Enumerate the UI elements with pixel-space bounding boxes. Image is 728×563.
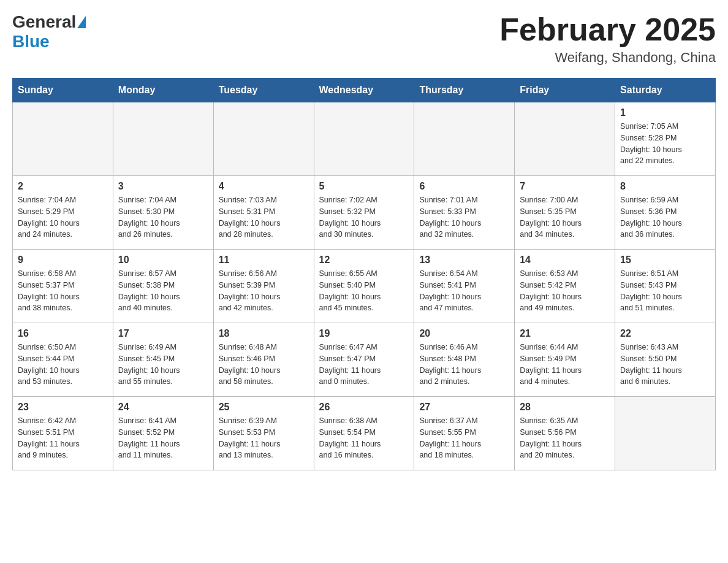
calendar-day-cell: 9Sunrise: 6:58 AM Sunset: 5:37 PM Daylig… xyxy=(13,250,113,323)
day-number: 19 xyxy=(319,328,409,339)
day-info: Sunrise: 7:04 AM Sunset: 5:29 PM Dayligh… xyxy=(18,194,108,240)
day-number: 20 xyxy=(419,328,509,339)
calendar-week-row: 16Sunrise: 6:50 AM Sunset: 5:44 PM Dayli… xyxy=(13,323,716,397)
calendar-day-cell: 16Sunrise: 6:50 AM Sunset: 5:44 PM Dayli… xyxy=(13,323,113,397)
calendar-day-cell xyxy=(414,102,515,176)
weekday-header-saturday: Saturday xyxy=(615,79,716,102)
calendar-week-row: 9Sunrise: 6:58 AM Sunset: 5:37 PM Daylig… xyxy=(13,250,716,323)
logo-triangle-icon xyxy=(77,16,86,28)
calendar-day-cell: 13Sunrise: 6:54 AM Sunset: 5:41 PM Dayli… xyxy=(414,250,515,323)
weekday-header-friday: Friday xyxy=(515,79,615,102)
day-number: 8 xyxy=(620,181,710,192)
calendar-day-cell: 22Sunrise: 6:43 AM Sunset: 5:50 PM Dayli… xyxy=(615,323,716,397)
weekday-header-tuesday: Tuesday xyxy=(213,79,314,102)
calendar-week-row: 23Sunrise: 6:42 AM Sunset: 5:51 PM Dayli… xyxy=(13,397,716,470)
day-info: Sunrise: 7:02 AM Sunset: 5:32 PM Dayligh… xyxy=(319,194,409,240)
day-number: 23 xyxy=(18,402,108,413)
day-number: 25 xyxy=(219,402,309,413)
day-number: 3 xyxy=(118,181,208,192)
month-title: February 2025 xyxy=(499,12,716,47)
weekday-header-thursday: Thursday xyxy=(414,79,515,102)
day-info: Sunrise: 6:54 AM Sunset: 5:41 PM Dayligh… xyxy=(419,268,509,314)
day-number: 2 xyxy=(18,181,108,192)
day-number: 14 xyxy=(520,255,610,266)
calendar-day-cell: 28Sunrise: 6:35 AM Sunset: 5:56 PM Dayli… xyxy=(515,397,615,470)
day-number: 11 xyxy=(219,255,309,266)
calendar-week-row: 2Sunrise: 7:04 AM Sunset: 5:29 PM Daylig… xyxy=(13,176,716,250)
calendar-day-cell: 17Sunrise: 6:49 AM Sunset: 5:45 PM Dayli… xyxy=(113,323,213,397)
day-info: Sunrise: 7:05 AM Sunset: 5:28 PM Dayligh… xyxy=(620,121,710,167)
calendar-day-cell: 25Sunrise: 6:39 AM Sunset: 5:53 PM Dayli… xyxy=(213,397,314,470)
day-info: Sunrise: 6:53 AM Sunset: 5:42 PM Dayligh… xyxy=(520,268,610,314)
day-info: Sunrise: 6:35 AM Sunset: 5:56 PM Dayligh… xyxy=(520,415,610,461)
day-info: Sunrise: 6:57 AM Sunset: 5:38 PM Dayligh… xyxy=(118,268,208,314)
calendar-day-cell: 24Sunrise: 6:41 AM Sunset: 5:52 PM Dayli… xyxy=(113,397,213,470)
day-number: 1 xyxy=(620,107,710,118)
day-info: Sunrise: 6:38 AM Sunset: 5:54 PM Dayligh… xyxy=(319,415,409,461)
location-title: Weifang, Shandong, China xyxy=(499,50,716,66)
calendar-day-cell: 12Sunrise: 6:55 AM Sunset: 5:40 PM Dayli… xyxy=(314,250,414,323)
day-info: Sunrise: 6:59 AM Sunset: 5:36 PM Dayligh… xyxy=(620,194,710,240)
day-info: Sunrise: 6:51 AM Sunset: 5:43 PM Dayligh… xyxy=(620,268,710,314)
logo-blue-text: Blue xyxy=(12,32,50,51)
weekday-header-sunday: Sunday xyxy=(13,79,113,102)
day-info: Sunrise: 6:39 AM Sunset: 5:53 PM Dayligh… xyxy=(219,415,309,461)
calendar-day-cell: 5Sunrise: 7:02 AM Sunset: 5:32 PM Daylig… xyxy=(314,176,414,250)
day-number: 22 xyxy=(620,328,710,339)
calendar-day-cell: 10Sunrise: 6:57 AM Sunset: 5:38 PM Dayli… xyxy=(113,250,213,323)
calendar-day-cell: 18Sunrise: 6:48 AM Sunset: 5:46 PM Dayli… xyxy=(213,323,314,397)
day-number: 7 xyxy=(520,181,610,192)
calendar-day-cell: 19Sunrise: 6:47 AM Sunset: 5:47 PM Dayli… xyxy=(314,323,414,397)
weekday-header-monday: Monday xyxy=(113,79,213,102)
calendar-day-cell: 21Sunrise: 6:44 AM Sunset: 5:49 PM Dayli… xyxy=(515,323,615,397)
day-info: Sunrise: 7:00 AM Sunset: 5:35 PM Dayligh… xyxy=(520,194,610,240)
page-header: General Blue February 2025 Weifang, Shan… xyxy=(12,12,716,66)
day-info: Sunrise: 6:37 AM Sunset: 5:55 PM Dayligh… xyxy=(419,415,509,461)
day-number: 6 xyxy=(419,181,509,192)
day-number: 17 xyxy=(118,328,208,339)
calendar-day-cell xyxy=(213,102,314,176)
calendar-week-row: 1Sunrise: 7:05 AM Sunset: 5:28 PM Daylig… xyxy=(13,102,716,176)
day-info: Sunrise: 6:47 AM Sunset: 5:47 PM Dayligh… xyxy=(319,342,409,388)
calendar-day-cell: 14Sunrise: 6:53 AM Sunset: 5:42 PM Dayli… xyxy=(515,250,615,323)
day-number: 24 xyxy=(118,402,208,413)
day-number: 4 xyxy=(219,181,309,192)
day-number: 5 xyxy=(319,181,409,192)
day-number: 13 xyxy=(419,255,509,266)
day-number: 18 xyxy=(219,328,309,339)
day-number: 10 xyxy=(118,255,208,266)
day-info: Sunrise: 6:50 AM Sunset: 5:44 PM Dayligh… xyxy=(18,342,108,388)
title-block: February 2025 Weifang, Shandong, China xyxy=(499,12,716,66)
day-number: 21 xyxy=(520,328,610,339)
day-info: Sunrise: 7:04 AM Sunset: 5:30 PM Dayligh… xyxy=(118,194,208,240)
calendar-day-cell: 23Sunrise: 6:42 AM Sunset: 5:51 PM Dayli… xyxy=(13,397,113,470)
day-info: Sunrise: 6:49 AM Sunset: 5:45 PM Dayligh… xyxy=(118,342,208,388)
day-info: Sunrise: 6:55 AM Sunset: 5:40 PM Dayligh… xyxy=(319,268,409,314)
day-number: 9 xyxy=(18,255,108,266)
day-info: Sunrise: 6:43 AM Sunset: 5:50 PM Dayligh… xyxy=(620,342,710,388)
day-info: Sunrise: 7:01 AM Sunset: 5:33 PM Dayligh… xyxy=(419,194,509,240)
day-info: Sunrise: 7:03 AM Sunset: 5:31 PM Dayligh… xyxy=(219,194,309,240)
logo: General Blue xyxy=(12,12,87,52)
day-number: 26 xyxy=(319,402,409,413)
day-info: Sunrise: 6:44 AM Sunset: 5:49 PM Dayligh… xyxy=(520,342,610,388)
day-number: 15 xyxy=(620,255,710,266)
logo-general-text: General xyxy=(12,12,76,32)
day-number: 12 xyxy=(319,255,409,266)
calendar-day-cell: 11Sunrise: 6:56 AM Sunset: 5:39 PM Dayli… xyxy=(213,250,314,323)
day-info: Sunrise: 6:42 AM Sunset: 5:51 PM Dayligh… xyxy=(18,415,108,461)
day-info: Sunrise: 6:58 AM Sunset: 5:37 PM Dayligh… xyxy=(18,268,108,314)
calendar-table: SundayMondayTuesdayWednesdayThursdayFrid… xyxy=(12,78,716,470)
calendar-day-cell xyxy=(13,102,113,176)
calendar-day-cell xyxy=(314,102,414,176)
day-info: Sunrise: 6:48 AM Sunset: 5:46 PM Dayligh… xyxy=(219,342,309,388)
calendar-day-cell: 1Sunrise: 7:05 AM Sunset: 5:28 PM Daylig… xyxy=(615,102,716,176)
day-number: 28 xyxy=(520,402,610,413)
calendar-day-cell: 3Sunrise: 7:04 AM Sunset: 5:30 PM Daylig… xyxy=(113,176,213,250)
day-number: 27 xyxy=(419,402,509,413)
calendar-day-cell: 26Sunrise: 6:38 AM Sunset: 5:54 PM Dayli… xyxy=(314,397,414,470)
day-info: Sunrise: 6:56 AM Sunset: 5:39 PM Dayligh… xyxy=(219,268,309,314)
day-number: 16 xyxy=(18,328,108,339)
calendar-day-cell xyxy=(113,102,213,176)
calendar-day-cell: 7Sunrise: 7:00 AM Sunset: 5:35 PM Daylig… xyxy=(515,176,615,250)
